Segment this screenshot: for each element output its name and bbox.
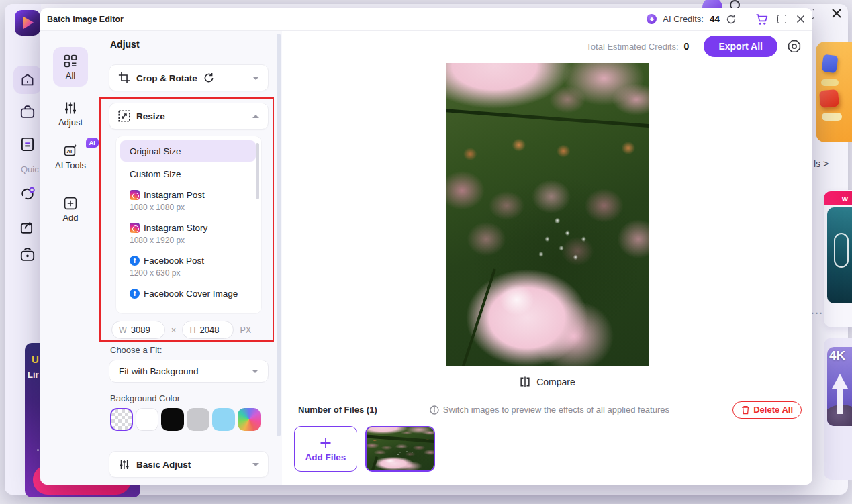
sliders-icon [63, 101, 78, 115]
size-option-dims: 1080 x 1080 px [130, 203, 256, 212]
rail-tab-label: All [53, 70, 88, 81]
rail-tab-ai-tools[interactable]: AI AI AI Tools [51, 144, 90, 170]
purchase-cart-button[interactable] [755, 13, 768, 26]
swatch-white[interactable] [136, 408, 158, 431]
ai-tools-icon: AI [63, 144, 78, 158]
sidebar-item-toolbox[interactable] [19, 104, 36, 120]
dialog-titlebar: Batch Image Editor ◆ AI Credits: 44 [40, 8, 812, 31]
rail-tab-add[interactable]: Add [51, 196, 90, 223]
rail-tab-label: AI Tools [51, 160, 90, 170]
panel-scrollbar[interactable] [277, 34, 281, 436]
refresh-credits-button[interactable] [726, 14, 737, 25]
size-option-facebook-cover[interactable]: fFacebook Cover Image [120, 283, 256, 304]
crop-rotate-card[interactable]: Crop & Rotate [109, 64, 269, 91]
feature-card-upscale[interactable]: 4K [824, 338, 852, 480]
home-icon [20, 72, 35, 87]
resize-card[interactable]: Resize [109, 103, 269, 130]
resize-icon [118, 110, 130, 122]
dialog-close-button[interactable] [796, 14, 806, 24]
resize-label: Resize [136, 111, 165, 121]
card-title-ellipsis: ... [811, 305, 824, 316]
document-icon [19, 136, 36, 152]
size-option-label: Instagram Story [144, 223, 207, 233]
promo-text: U [32, 354, 39, 365]
feature-card-new[interactable]: w [824, 190, 852, 327]
refresh-icon [726, 14, 737, 25]
decoration [37, 449, 39, 451]
width-field[interactable]: W [111, 321, 165, 339]
decoration [822, 113, 842, 121]
chevron-up-icon[interactable] [252, 115, 259, 118]
height-input[interactable] [199, 325, 226, 335]
preview-image-flowers[interactable] [446, 63, 649, 366]
feature-rail: All Adjust AI AI AI Tools [40, 31, 101, 485]
height-prefix: H [189, 325, 195, 335]
size-option-instagram-post[interactable]: Instagram Post 1080 x 1080 px [120, 185, 256, 217]
files-row: Add Files [294, 426, 435, 472]
sliders-icon [118, 458, 130, 470]
swatch-black[interactable] [161, 408, 184, 431]
briefcase-icon [19, 104, 36, 120]
rotate-icon[interactable] [203, 72, 214, 83]
size-option-dims: 1200 x 630 px [130, 268, 256, 278]
promo-text: Lir [28, 370, 39, 380]
app-logo-icon[interactable] [15, 10, 40, 36]
rail-tab-adjust[interactable]: Adjust [51, 101, 90, 128]
facebook-icon: f [130, 289, 140, 299]
height-field[interactable]: H [182, 321, 234, 339]
files-hint: Switch images to preview the effects of … [430, 405, 669, 415]
stage-header: Total Estimated Credits: 0 Export All [282, 31, 812, 62]
rail-tab-all[interactable]: All [53, 47, 88, 87]
basic-adjust-label: Basic Adjust [136, 460, 191, 470]
resize-options-list: Original Size Custom Size Instagram Post… [115, 136, 262, 314]
swatch-transparent[interactable] [110, 408, 133, 431]
app-tile-icon [819, 89, 839, 108]
add-square-icon [63, 196, 78, 211]
sidebar-item-export[interactable] [19, 219, 36, 235]
files-hint-text: Switch images to preview the effects of … [443, 405, 669, 415]
sidebar-item-converter[interactable] [19, 186, 36, 202]
share-box-icon [19, 219, 36, 235]
compare-button[interactable]: Compare [282, 367, 812, 397]
width-input[interactable] [131, 325, 158, 335]
dimensions-row: W × H PX [111, 321, 251, 339]
basic-adjust-card[interactable]: Basic Adjust [109, 451, 269, 478]
delete-all-button[interactable]: Delete All [732, 401, 802, 419]
chevron-down-icon[interactable] [252, 463, 259, 466]
chevron-down-icon[interactable] [252, 77, 259, 80]
size-option-custom[interactable]: Custom Size [120, 164, 256, 185]
fit-select[interactable]: Fit with Background [109, 360, 269, 383]
close-icon [796, 14, 806, 24]
dialog-title: Batch Image Editor [47, 15, 124, 24]
swatch-blue[interactable] [212, 408, 235, 431]
export-settings-gear-icon[interactable] [787, 39, 802, 54]
file-thumbnail-selected[interactable] [365, 426, 435, 472]
facebook-icon: f [130, 256, 140, 266]
promo-card-orange[interactable] [816, 42, 852, 142]
size-option-facebook-post[interactable]: fFacebook Post 1200 x 630 px [120, 250, 256, 283]
ai-credits-value: 44 [710, 14, 720, 24]
size-option-instagram-story[interactable]: Instagram Story 1080 x 1920 px [120, 217, 256, 250]
decoration [458, 268, 496, 366]
decoration [371, 456, 378, 470]
dialog-maximize-button[interactable] [777, 15, 786, 23]
sidebar-item-recorder[interactable] [19, 247, 36, 263]
swatch-custom-color[interactable] [238, 408, 261, 431]
upscale-card-image: 4K [827, 347, 852, 426]
instagram-icon [130, 190, 140, 200]
list-scrollbar[interactable] [256, 143, 259, 199]
export-all-button[interactable]: Export All [704, 36, 777, 57]
delete-all-label: Delete All [753, 405, 793, 415]
add-files-button[interactable]: Add Files [294, 426, 357, 472]
sidebar-item-files[interactable] [19, 136, 36, 152]
plus-icon [319, 436, 332, 450]
size-option-original[interactable]: Original Size [120, 140, 256, 162]
trash-icon [741, 405, 750, 415]
tools-more-link[interactable]: ls > [814, 158, 829, 169]
app-close-button[interactable] [829, 5, 845, 21]
sidebar-item-home[interactable] [13, 66, 42, 94]
crop-rotate-label: Crop & Rotate [136, 73, 197, 83]
sidebar-section-quick: Quic [21, 164, 39, 174]
swatch-gray[interactable] [187, 408, 209, 431]
rail-tab-label: Adjust [51, 117, 90, 128]
